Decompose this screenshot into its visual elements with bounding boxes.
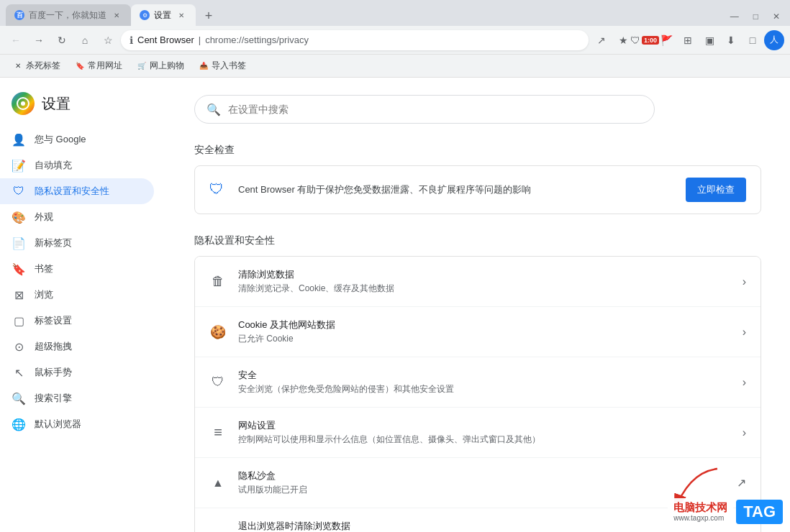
share-icon[interactable]: ↗ [591, 30, 612, 50]
sidebar-label-google: 您与 Google [35, 133, 86, 146]
sidebar-item-autofill[interactable]: 📝 自动填充 [0, 152, 154, 178]
sidebar-item-google[interactable]: 👤 您与 Google [0, 127, 154, 152]
cookies-icon: 🍪 [209, 324, 227, 341]
search-input[interactable] [228, 104, 643, 115]
tab-favicon-baidu: 百 [14, 10, 24, 20]
clear-browsing-icon: 🗑 [209, 273, 227, 290]
security-title: 安全 [238, 369, 731, 382]
tab-title-baidu: 百度一下，你就知道 [29, 9, 106, 22]
privacy-section-title: 隐私设置和安全性 [194, 234, 761, 247]
privacy-sandbox-icon: ▲ [209, 474, 227, 492]
security-icon: ℹ [130, 35, 133, 46]
settings-search-bar[interactable]: 🔍 [194, 95, 655, 124]
new-tab-button[interactable]: + [199, 6, 219, 26]
safety-shield-icon: 🛡 [209, 181, 227, 198]
download-icon[interactable]: ⬇ [721, 30, 741, 50]
tab-favicon-settings: ⚙ [140, 10, 150, 20]
address-domain: Cent Browser [137, 35, 194, 45]
clear-browsing-desc: 清除浏览记录、Cookie、缓存及其他数据 [238, 283, 731, 295]
star-button[interactable]: ☆ [98, 30, 118, 50]
bookmark-shopping[interactable]: 🛒 网上购物 [131, 58, 190, 73]
tab-title-settings: 设置 [154, 9, 171, 22]
close-button[interactable]: ✕ [768, 10, 784, 23]
shopping-icon: 🛒 [137, 61, 147, 71]
title-bar: 百 百度一下，你就知道 ✕ ⚙ 设置 ✕ + — □ ✕ [0, 0, 790, 26]
sidebar-item-newtab[interactable]: 📄 新标签页 [0, 230, 154, 256]
tab-settings[interactable]: ⚙ 设置 ✕ [131, 4, 196, 26]
picture-in-picture-icon[interactable]: ▣ [699, 30, 719, 50]
sidebar-item-search[interactable]: 🔍 搜索引擎 [0, 385, 154, 411]
security-arrow-icon: › [743, 376, 746, 389]
safety-card-text: Cent Browser 有助于保护您免受数据泄露、不良扩展程序等问题的影响 [238, 183, 674, 197]
security-content: 安全 安全浏览（保护您免受危险网站的侵害）和其他安全设置 [238, 369, 731, 395]
sidebar-item-browse[interactable]: ⊠ 浏览 [0, 282, 154, 308]
sidebar: 设置 👤 您与 Google 📝 自动填充 🛡 隐私设置和安全性 🎨 外观 📄 [0, 78, 165, 532]
privacy-sandbox-desc: 试用版功能已开启 [238, 484, 725, 496]
home-button[interactable]: ⌂ [75, 30, 95, 50]
back-button[interactable]: ← [6, 30, 26, 50]
security-desc: 安全浏览（保护您免受危险网站的侵害）和其他安全设置 [238, 383, 731, 395]
sidebar-item-superdrag[interactable]: ⊙ 超级拖拽 [0, 334, 154, 359]
sidebar-item-appearance[interactable]: 🎨 外观 [0, 204, 154, 230]
sidebar-label-default-browser: 默认浏览器 [35, 418, 81, 431]
bookmarks-icon: 🔖 [12, 262, 26, 276]
shield-badge: 1:00 [642, 36, 659, 45]
maximize-button[interactable]: □ [749, 10, 763, 23]
watermark-url-text: www.tagxp.com [673, 514, 727, 522]
security-shield-icon: 🛡 [209, 374, 227, 391]
sidebar-item-bookmarks[interactable]: 🔖 书签 [0, 256, 154, 282]
bookmark-shopping-label: 网上购物 [150, 60, 184, 72]
sidebar-label-mouse: 鼠标手势 [35, 366, 72, 379]
tabs-icon: ▢ [12, 313, 26, 328]
privacy-sandbox-title: 隐私沙盒 [238, 469, 725, 482]
google-icon: 👤 [12, 132, 26, 147]
bookmark-kill-tabs[interactable]: ✕ 杀死标签 [7, 58, 66, 73]
sidebar-item-default-browser[interactable]: 🌐 默认浏览器 [0, 411, 154, 437]
mouse-icon: ↖ [12, 365, 26, 380]
profile-avatar[interactable]: 人 [764, 30, 784, 50]
bookmark-common-sites[interactable]: 🔖 常用网址 [69, 58, 128, 73]
cookies-desc: 已允许 Cookie [238, 333, 731, 345]
watermark: 电脑技术网 www.tagxp.com TAG [668, 498, 783, 525]
tab-baidu[interactable]: 百 百度一下，你就知道 ✕ [6, 4, 131, 26]
cookies-title: Cookie 及其他网站数据 [238, 318, 731, 331]
sidebar-item-privacy[interactable]: 🛡 隐私设置和安全性 [0, 178, 154, 204]
settings-item-clear-browsing[interactable]: 🗑 清除浏览数据 清除浏览记录、Cookie、缓存及其他数据 › [195, 257, 761, 307]
settings-item-security[interactable]: 🛡 安全 安全浏览（保护您免受危险网站的侵害）和其他安全设置 › [195, 357, 761, 408]
extensions-grid-icon[interactable]: ⊞ [678, 30, 698, 50]
sidebar-item-mouse[interactable]: ↖ 鼠标手势 [0, 359, 154, 385]
svg-point-1 [21, 101, 25, 106]
bookmark-import[interactable]: 📥 导入书签 [193, 58, 252, 73]
nav-bar: ← → ↻ ⌂ ☆ ℹ Cent Browser | chrome://sett… [0, 26, 790, 55]
sidebar-label-autofill: 自动填充 [35, 159, 72, 172]
bookmark-import-label: 导入书签 [212, 60, 246, 72]
settings-item-cookies[interactable]: 🍪 Cookie 及其他网站数据 已允许 Cookie › [195, 307, 761, 357]
settings-item-site-settings[interactable]: ≡ 网站设置 控制网站可以使用和显示什么信息（如位置信息、摄像头、弹出式窗口及其… [195, 408, 761, 458]
sidebar-label-newtab: 新标签页 [35, 237, 72, 249]
address-bar[interactable]: ℹ Cent Browser | chrome://settings/priva… [121, 30, 589, 50]
refresh-button[interactable]: ↻ [52, 30, 72, 50]
safety-check-button[interactable]: 立即检查 [686, 178, 746, 202]
default-browser-icon: 🌐 [12, 417, 26, 431]
clear-browsing-content: 清除浏览数据 清除浏览记录、Cookie、缓存及其他数据 [238, 268, 731, 295]
tab-bar: 百 百度一下，你就知道 ✕ ⚙ 设置 ✕ + [6, 4, 726, 26]
cast-icon[interactable]: □ [743, 30, 763, 50]
tab-close-settings[interactable]: ✕ [176, 9, 187, 21]
tab-close-baidu[interactable]: ✕ [111, 9, 122, 21]
main-content: 设置 👤 您与 Google 📝 自动填充 🛡 隐私设置和安全性 🎨 外观 📄 [0, 78, 790, 532]
minimize-button[interactable]: — [726, 10, 743, 23]
sidebar-label-tabs: 标签设置 [35, 314, 72, 327]
cookies-content: Cookie 及其他网站数据 已允许 Cookie [238, 318, 731, 345]
safety-section-title: 安全检查 [194, 144, 761, 157]
kill-tabs-icon: ✕ [13, 61, 23, 71]
forward-button[interactable]: → [29, 30, 49, 50]
sidebar-label-browse: 浏览 [35, 288, 53, 301]
clear-on-exit-content: 退出浏览器时清除浏览数据 [209, 520, 746, 532]
sidebar-item-tabs[interactable]: ▢ 标签设置 [0, 308, 154, 334]
shield-icon[interactable]: 🛡1:00 [635, 30, 655, 50]
superdrag-icon: ⊙ [12, 339, 26, 354]
browser-frame: 百 百度一下，你就知道 ✕ ⚙ 设置 ✕ + — □ ✕ ← → ↻ ⌂ ☆ ℹ… [0, 0, 790, 532]
privacy-sandbox-external-icon[interactable]: ↗ [737, 476, 746, 490]
flag-icon[interactable]: 🚩 [656, 30, 676, 50]
appearance-icon: 🎨 [12, 210, 26, 224]
